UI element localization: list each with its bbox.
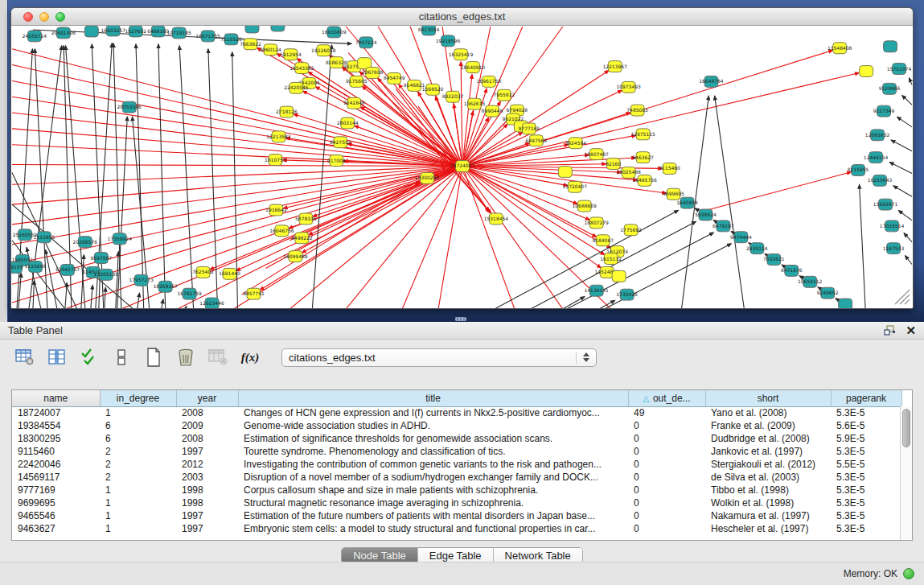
network-node[interactable]: 7832621 [763,254,785,266]
network-node[interactable]: 82160 [606,159,621,170]
network-node[interactable]: 10688609 [573,200,598,212]
network-node[interactable]: 12942757 [55,264,80,275]
table-cell[interactable]: 0 [628,458,705,471]
network-node[interactable]: 10654112 [798,276,823,287]
table-cell[interactable]: 0 [628,419,705,432]
table-cell[interactable]: Franke et al. (2009) [705,419,831,432]
table-cell[interactable]: Investigating the contribution of common… [238,458,628,471]
table-cell[interactable]: Estimation of significance thresholds fo… [238,432,628,445]
table-cell[interactable]: 1997 [176,509,238,522]
network-node[interactable]: 12923446 [199,298,224,308]
network-node[interactable]: 8454749 [384,73,405,84]
network-node[interactable] [245,26,259,33]
network-node[interactable]: 18226058 [311,45,336,56]
network-node[interactable]: 7625402 [192,266,214,278]
network-node[interactable]: 17957273 [129,274,154,286]
function-builder-button[interactable]: f(x) [238,345,262,369]
network-node[interactable]: 11548408 [827,43,852,54]
table-cell[interactable]: 5.9E-5 [831,432,901,445]
table-cell[interactable]: 5.6E-5 [831,419,901,432]
network-node[interactable]: 1775692 [620,225,642,236]
table-cell[interactable]: 6 [100,419,176,432]
column-header-year[interactable]: year [176,390,238,406]
network-node[interactable]: 16543382 [290,63,314,74]
table-cell[interactable]: 5.3E-5 [831,471,901,484]
network-node[interactable]: 1513955 [34,232,55,243]
network-node[interactable]: 2935114 [746,243,768,254]
network-node[interactable]: 24055724 [23,31,47,42]
table-cell[interactable]: 2003 [176,471,238,484]
table-cell[interactable]: 1 [100,406,176,419]
network-node[interactable]: 16782759 [177,288,202,299]
network-node[interactable]: 1568520 [422,84,444,95]
table-cell[interactable]: de Silva et al. (2003) [705,471,831,484]
table-cell[interactable]: 6 [100,432,176,445]
network-node[interactable]: 16495756 [632,175,657,186]
column-header-short[interactable]: short [705,390,831,406]
network-node[interactable]: 12213583 [266,131,291,142]
network-node[interactable]: 7857224 [355,37,377,48]
network-node[interactable]: 14136141 [584,285,609,296]
network-node[interactable]: 9242848 [343,97,365,109]
table-cell[interactable]: 1997 [176,522,238,535]
network-node[interactable]: 16210643 [868,175,893,186]
network-node[interactable]: 10807487 [584,149,609,160]
network-node[interactable]: 15692971 [873,199,898,210]
network-node[interactable]: 10025488 [616,167,641,179]
network-node[interactable]: 5938924 [695,209,717,220]
network-node[interactable]: 1810755 [265,154,286,166]
table-cell[interactable]: Dudbridge et al. (2008) [705,432,831,445]
table-cell[interactable]: 1 [100,496,176,509]
table-cell[interactable]: 0 [628,432,705,445]
network-node[interactable]: 9474444 [730,232,752,243]
table-cell[interactable]: Disruption of a novel member of a sodium… [238,471,628,484]
network-node[interactable]: 16033809 [322,27,347,38]
table-cell[interactable]: 5.3E-5 [831,496,901,509]
network-node[interactable]: 1916642 [265,204,287,216]
memory-ok-indicator[interactable] [903,568,914,579]
table-cell[interactable]: Wolkin et al. (1998) [705,496,831,509]
canvas-resize-grip[interactable] [895,290,910,304]
table-settings-button[interactable] [13,345,37,369]
network-node[interactable]: 16653257 [101,26,126,36]
scrollbar-thumb[interactable] [902,409,910,447]
table-cell[interactable]: 1 [100,522,176,535]
table-cell[interactable]: Hescheler et al. (1997) [705,522,831,535]
create-column-button[interactable] [142,345,166,369]
table-cell[interactable]: 5.3E-5 [831,509,901,522]
network-node[interactable]: 2718126 [276,106,298,117]
network-node[interactable]: 9227349 [873,105,895,117]
network-node[interactable]: 9457791 [243,288,265,299]
network-node[interactable]: 20206576 [73,237,98,248]
network-node[interactable]: 8215955 [848,165,869,176]
column-header-name[interactable]: name [12,390,100,406]
table-cell[interactable]: Jankovic et al. (1997) [705,445,831,458]
table-row[interactable]: 946362711997Embryonic stem cells: a mode… [12,522,901,535]
network-node[interactable] [271,26,285,31]
table-cell[interactable]: Tibbo et al. (1998) [705,484,831,496]
table-cell[interactable]: Genome-wide association studies in ADHD. [238,419,628,432]
select-rows-button[interactable] [77,345,101,369]
table-cell[interactable]: Nakamura et al. (1997) [705,509,831,522]
network-node[interactable]: 17016514 [880,220,905,232]
table-cell[interactable]: 0 [628,471,705,484]
table-cell[interactable]: 5.3E-5 [831,484,901,496]
network-node[interactable]: 7485063 [626,105,648,116]
network-node[interactable]: 8822037 [442,91,464,102]
network-canvas[interactable]: 2405572420691406166532571527602646616010… [11,26,913,308]
table-cell[interactable]: 2008 [176,432,238,445]
network-node[interactable]: 1167533 [883,243,905,254]
table-cell[interactable]: 9777169 [12,484,100,496]
table-cell[interactable]: 9463627 [12,522,100,535]
network-node[interactable]: 16099489 [283,251,308,262]
network-node[interactable]: 8471676 [781,265,803,276]
table-row[interactable]: 969969511998Structural magnetic resonanc… [12,496,901,509]
table-row[interactable]: 2242004622012Investigating the contribut… [12,458,901,471]
network-node[interactable]: 20691406 [51,27,76,39]
table-cell[interactable]: 1 [100,484,176,496]
network-node[interactable]: 9115460 [659,163,680,175]
network-node[interactable]: 9463627 [632,152,654,163]
network-node[interactable]: 4498222 [291,233,313,244]
close-panel-icon[interactable]: ✕ [906,324,916,336]
network-node[interactable]: 16671355 [195,31,220,42]
